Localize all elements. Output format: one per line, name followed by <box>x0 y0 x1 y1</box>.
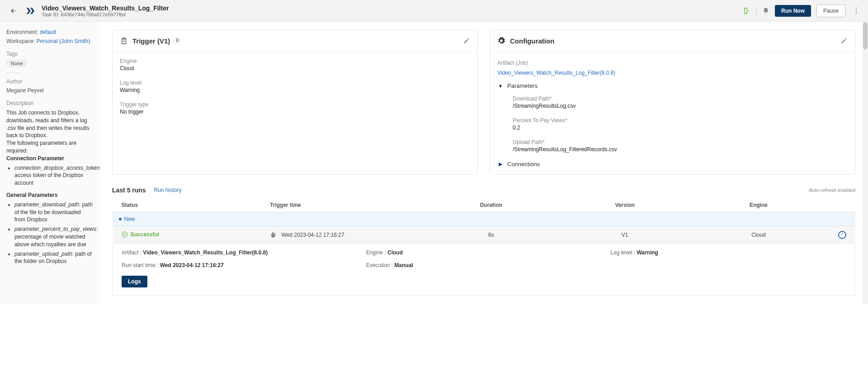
page-title: Video_Viewers_Watch_Results_Log_Filter <box>42 5 743 12</box>
check-circle-icon <box>122 231 128 238</box>
exit-door-icon[interactable] <box>743 7 751 15</box>
pencil-icon <box>463 37 470 44</box>
col-engine: Engine <box>692 198 826 212</box>
task-id-label: Task ID: 6436e744c786a817e5977fbd <box>42 12 743 17</box>
detail-start-value: Wed 2023-04-12 17:16:27 <box>160 262 224 268</box>
author-heading: Author <box>6 78 93 85</box>
run-detail-row: Artifact : Video_Viewers_Watch_Results_L… <box>113 244 855 296</box>
workspace-row: Workspace: Personal (John Smith) <box>6 38 93 44</box>
run-row[interactable]: Successful Wed 2023-04-12 17:16:27 6s V1… <box>113 226 855 244</box>
detail-artifact-value: Video_Viewers_Watch_Results_Log_Filter(8… <box>143 249 268 256</box>
pencil-icon <box>840 37 848 44</box>
engine-value: Cloud <box>120 65 470 72</box>
more-menu-button[interactable]: ⋮ <box>851 6 862 15</box>
detail-execution-label: Execution : <box>366 262 395 268</box>
scrollbar-thumb[interactable] <box>863 22 868 49</box>
separator <box>756 6 757 15</box>
topbar: Video_Viewers_Watch_Results_Log_Filter T… <box>0 0 868 22</box>
auto-refresh-label: Auto-refresh enabled <box>809 187 855 193</box>
tag-chip: None <box>6 60 27 67</box>
run-history-link[interactable]: Run history <box>154 187 182 193</box>
detail-execution-value: Manual <box>394 262 413 268</box>
runs-table-header: Status Trigger time Duration Version Eng… <box>113 198 855 212</box>
runs-header: Last 5 runs Run history Auto-refresh ena… <box>112 186 855 194</box>
title-block: Video_Viewers_Watch_Results_Log_Filter T… <box>42 5 743 17</box>
trigger-type-label: Trigger type <box>120 101 470 108</box>
env-link[interactable]: default <box>40 29 56 35</box>
col-status: Status <box>113 198 261 212</box>
new-label: New <box>124 216 135 222</box>
detail-start-label: Run start time : <box>122 262 160 268</box>
detail-artifact-label: Artifact : <box>122 249 143 256</box>
runs-title: Last 5 runs <box>112 186 146 194</box>
new-dot-icon <box>119 218 122 220</box>
run-trigger-time: Wed 2023-04-12 17:16:27 <box>281 232 344 238</box>
engine-label: Engine <box>120 58 470 64</box>
edit-configuration-button[interactable] <box>840 37 848 44</box>
connections-label: Connections <box>507 161 540 167</box>
edit-trigger-button[interactable] <box>463 37 470 44</box>
detail-loglevel-value: Warning <box>637 249 658 256</box>
artifact-link[interactable]: Video_Viewers_Watch_Results_Log_Filter(8… <box>497 70 848 76</box>
param-upload-path-label: Upload Path* <box>513 139 848 145</box>
sidebar: Environment: default Workspace: Personal… <box>0 22 99 304</box>
trigger-card: Trigger (V1) 0 Engine Cloud Log level Wa… <box>112 30 478 175</box>
parameters-expander[interactable]: ▼ Parameters <box>497 82 848 89</box>
col-version: Version <box>558 198 692 212</box>
loglevel-value: Warning <box>120 87 470 93</box>
arrow-left-icon <box>9 7 17 15</box>
bell-icon[interactable] <box>762 7 769 14</box>
gear-icon <box>497 37 505 45</box>
param-percent-value: 0.2 <box>513 124 848 131</box>
configuration-card: Configuration Artifact (Job) Video_Viewe… <box>490 30 855 175</box>
app-logo-icon <box>24 5 35 16</box>
param-upload-path-value: /StreamingResultsLog_FilteredRecords.csv <box>513 146 848 153</box>
pause-button[interactable]: Pause <box>816 5 845 17</box>
param-download-path-value: /StreamingResultsLog.csv <box>513 103 848 109</box>
chevron-up-icon: ⌃ <box>840 233 844 237</box>
run-now-button[interactable]: Run Now <box>775 5 811 17</box>
connections-expander[interactable]: ▶ Connections <box>497 161 848 167</box>
back-button[interactable] <box>6 5 19 17</box>
main-content: Trigger (V1) 0 Engine Cloud Log level Wa… <box>99 22 868 304</box>
chevron-down-icon: ▼ <box>497 83 504 89</box>
run-duration: 6s <box>425 226 558 244</box>
runs-table: Status Trigger time Duration Version Eng… <box>112 198 855 296</box>
divider <box>6 72 20 73</box>
col-trigger-time: Trigger time <box>261 198 424 212</box>
workspace-link[interactable]: Personal (John Smith) <box>36 38 90 44</box>
detail-engine-value: Cloud <box>387 249 403 256</box>
tags-heading: Tags <box>6 51 93 57</box>
parameters-label: Parameters <box>507 82 538 89</box>
description-heading: Description <box>6 100 93 106</box>
env-row: Environment: default <box>6 29 93 35</box>
loglevel-label: Log level <box>120 80 470 86</box>
run-version: V1 <box>558 226 692 244</box>
detail-loglevel-label: Log level : <box>610 249 637 256</box>
trigger-type-value: No trigger <box>120 109 470 115</box>
logs-button[interactable]: Logs <box>122 276 147 287</box>
param-percent-label: Percent To Pay Views* <box>513 117 848 124</box>
trigger-card-title: Trigger (V1) <box>132 37 170 45</box>
clipboard-icon <box>120 37 128 45</box>
trigger-count-badge: 0 <box>174 37 181 44</box>
artifact-label: Artifact (Job) <box>497 60 848 66</box>
status-badge: Successful <box>122 231 159 238</box>
scrollbar[interactable] <box>863 22 868 304</box>
col-duration: Duration <box>425 198 558 212</box>
collapse-run-button[interactable]: ⌃ <box>838 231 846 239</box>
param-download-path-label: Download Path* <box>513 96 848 102</box>
chevron-right-icon: ▶ <box>497 161 504 167</box>
detail-engine-label: Engine : <box>366 249 387 256</box>
manual-trigger-icon <box>270 232 276 238</box>
env-label: Environment: <box>6 29 38 35</box>
runs-new-separator: New <box>113 212 855 226</box>
configuration-card-title: Configuration <box>510 37 554 45</box>
workspace-label: Workspace: <box>6 38 35 44</box>
run-engine: Cloud <box>692 226 826 244</box>
description-body: This Job connects to Dropbox, downloads,… <box>6 109 93 265</box>
author-value: Megane Peyvel <box>6 87 93 94</box>
